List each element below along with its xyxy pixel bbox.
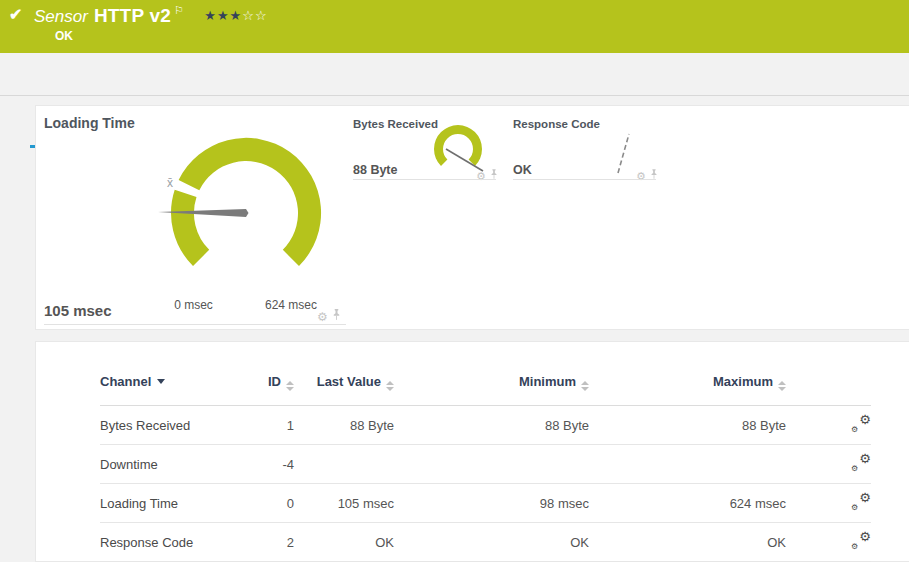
sort-toggle-icon[interactable] [778,381,786,391]
status-badge: OK [55,29,73,43]
sort-toggle-icon[interactable] [386,381,394,391]
channel-maximum: 624 msec [589,484,786,523]
col-header-edit [786,374,871,406]
col-header-minimum-label: Minimum [519,374,576,389]
channel-last-value [294,445,394,484]
channel-minimum: 98 msec [394,484,589,523]
bytes-received-value: 88 Byte [353,163,397,177]
pin-icon[interactable] [332,308,341,324]
channel-maximum [589,445,786,484]
sensor-title-line: SensorHTTP v2⚐ ★★★☆☆ [34,4,268,27]
priority-stars-filled[interactable]: ★★★ [204,8,242,23]
col-header-id[interactable]: ID [230,374,294,406]
table-header-row: Channel ID Last Value Minimum Maximum [100,374,871,406]
col-header-last-value-label: Last Value [313,374,381,389]
gauge-scale-max: 624 msec [256,298,326,312]
channel-minimum: 88 Byte [394,406,589,445]
pin-icon[interactable] [490,167,498,183]
channel-name: Downtime [100,445,230,484]
channel-last-value: 105 msec [294,484,394,523]
channel-table: Channel ID Last Value Minimum Maximum By… [100,374,871,562]
col-header-maximum[interactable]: Maximum [589,374,786,406]
ok-check-icon: ✔ [9,5,22,24]
tab-bar: Overview Live Data 2days 30days 365days … [0,53,909,96]
channel-minimum [394,445,589,484]
pin-icon[interactable] [650,167,658,183]
channels-panel: Channel ID Last Value Minimum Maximum By… [35,341,909,562]
channel-id: 1 [230,406,294,445]
table-row: Bytes Received 1 88 Byte 88 Byte 88 Byte… [100,406,871,445]
priority-stars[interactable]: ★★★☆☆ [204,8,267,23]
sensor-title: HTTP v2 [94,5,171,26]
priority-stars-empty[interactable]: ☆☆ [242,8,267,23]
col-header-maximum-label: Maximum [713,374,773,389]
col-header-minimum[interactable]: Minimum [394,374,589,406]
channel-settings-icon[interactable]: ⚙⚙ [851,454,871,471]
sort-toggle-icon[interactable] [581,381,589,391]
channel-settings-icon[interactable]: ⚙⚙ [851,415,871,432]
bytes-received-gauge-title: Bytes Received [353,118,438,130]
table-row: Response Code 2 OK OK OK ⚙⚙ [100,523,871,562]
gauge-settings-gear-icon[interactable]: ⚙ [476,167,486,183]
loading-time-gauge [146,130,346,300]
channel-name: Bytes Received [100,406,230,445]
channel-settings-icon[interactable]: ⚙⚙ [851,532,871,549]
gauge-scale-min: 0 msec [166,298,221,312]
channel-id: 2 [230,523,294,562]
loading-time-value: 105 msec [44,302,112,319]
channel-last-value: 88 Byte [294,406,394,445]
response-code-gauge-title: Response Code [513,118,600,130]
channel-id: 0 [230,484,294,523]
sort-desc-icon[interactable] [157,379,165,384]
table-row: Loading Time 0 105 msec 98 msec 624 msec… [100,484,871,523]
gauge-needle [618,134,629,173]
gauge-settings-gear-icon[interactable]: ⚙ [636,167,646,183]
gauge-section-divider [513,179,656,180]
col-header-channel[interactable]: Channel [100,374,230,406]
loading-time-gauge-title: Loading Time [44,115,135,131]
gauges-panel: Loading Time x̄ 0 msec 624 msec 105 msec… [35,105,909,330]
channel-id: -4 [230,445,294,484]
col-header-channel-label: Channel [100,374,151,389]
channel-maximum: 88 Byte [589,406,786,445]
response-code-value: OK [513,163,532,177]
sensor-status-bar: ✔ SensorHTTP v2⚐ ★★★☆☆ OK [0,0,909,53]
channel-maximum: OK [589,523,786,562]
channel-name: Response Code [100,523,230,562]
gauge-section-divider [353,179,496,180]
table-row: Downtime -4 ⚙⚙ [100,445,871,484]
col-header-id-label: ID [268,374,281,389]
channel-settings-icon[interactable]: ⚙⚙ [851,493,871,510]
gauge-settings-gear-icon[interactable]: ⚙ [317,308,328,324]
channel-last-value: OK [294,523,394,562]
channel-minimum: OK [394,523,589,562]
channel-name: Loading Time [100,484,230,523]
mean-marker-label: x̄ [167,176,173,190]
prtg-sensor-page: ✔ SensorHTTP v2⚐ ★★★☆☆ OK Overview Live … [0,0,909,562]
col-header-last-value[interactable]: Last Value [294,374,394,406]
gauge-section-divider [44,324,346,325]
object-type-label: Sensor [34,7,88,26]
flag-icon[interactable]: ⚐ [174,4,184,17]
sort-toggle-icon[interactable] [286,381,294,391]
